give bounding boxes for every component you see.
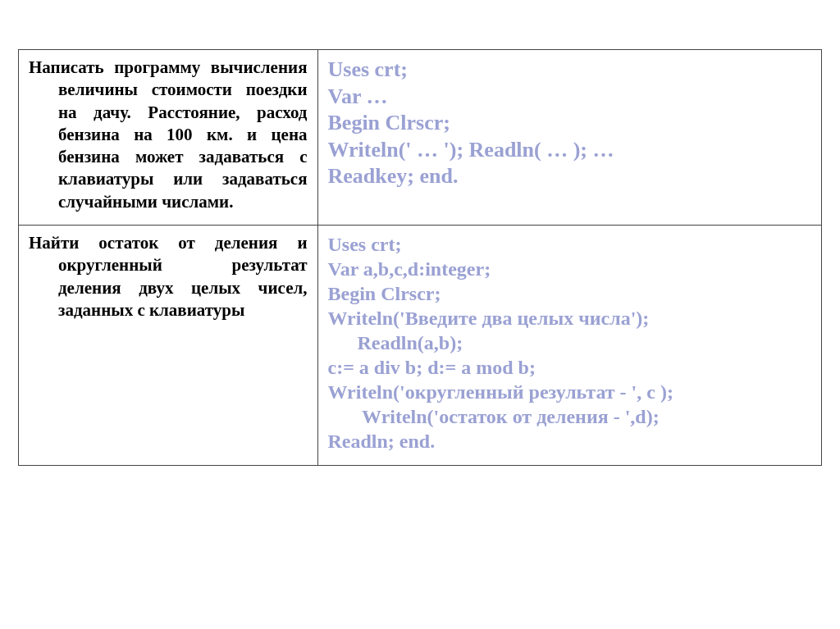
content-table: Написать программу вычисления величины с… [18,49,822,466]
code-line: Uses crt; [328,232,812,257]
code-line: c:= a div b; d:= a mod b; [328,355,812,380]
code-block: Uses crt; Var a,b,c,d:integer; Begin Clr… [328,232,812,454]
table-row: Написать программу вычисления величины с… [19,50,822,226]
code-line: Writeln('остаток от деления - ',d); [328,404,812,429]
code-line: Begin Clrscr; [328,110,812,137]
task-cell: Найти остаток от деления и округленный р… [19,226,318,466]
code-cell: Uses crt; Var a,b,c,d:integer; Begin Clr… [317,226,822,466]
code-line: Readln; end. [328,429,812,454]
code-line: Begin Clrscr; [328,281,812,306]
table-row: Найти остаток от деления и округленный р… [19,226,822,466]
task-cell: Написать программу вычисления величины с… [19,50,318,226]
task-text: Найти остаток от деления и округленный р… [58,232,308,321]
code-line: Uses crt; [328,57,812,84]
task-text: Написать программу вычисления величины с… [58,57,308,213]
code-line: Readkey; end. [328,163,812,190]
code-line: Writeln(' … '); Readln( … ); … [328,137,812,164]
code-cell: Uses crt; Var … Begin Clrscr; Writeln(' … [317,50,822,226]
code-line: Readln(a,b); [328,330,812,355]
code-line: Var a,b,c,d:integer; [328,257,812,281]
code-block: Uses crt; Var … Begin Clrscr; Writeln(' … [328,57,812,190]
slide: Написать программу вычисления величины с… [0,0,840,482]
code-line: Writeln('округленный результат - ', c ); [328,380,812,404]
code-line: Writeln('Введите два целых числа'); [328,306,812,330]
code-line: Var … [328,84,812,111]
